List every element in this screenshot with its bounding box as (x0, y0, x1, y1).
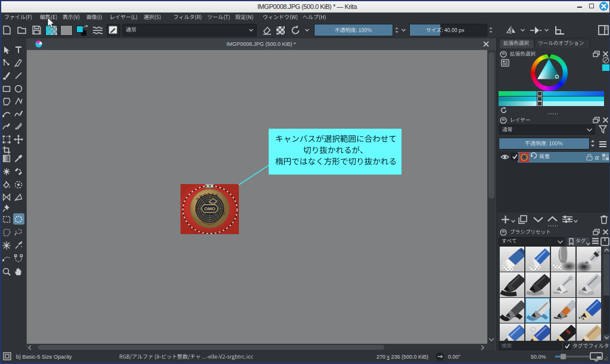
svg-text:OMO: OMO (204, 206, 215, 211)
